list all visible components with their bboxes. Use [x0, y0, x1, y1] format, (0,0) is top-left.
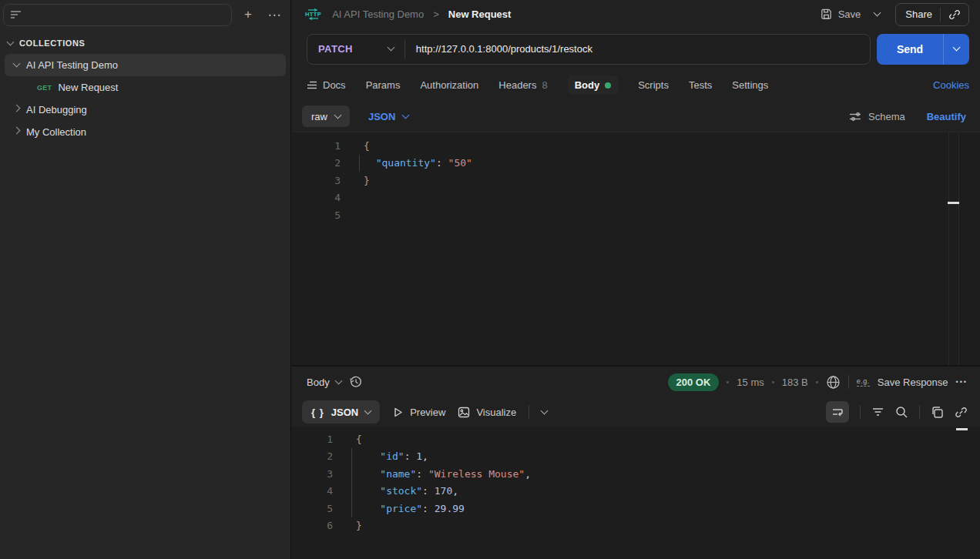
- http-request-icon: HTTP: [305, 8, 321, 20]
- headers-count-badge: 8: [542, 79, 547, 91]
- line-number: 1: [291, 140, 344, 152]
- sidebar-item-collection-selected[interactable]: AI API Testing Demo: [5, 54, 286, 76]
- sidebar-search-input[interactable]: [3, 4, 232, 26]
- tab-params[interactable]: Params: [366, 79, 401, 91]
- save-label: Save: [838, 8, 861, 20]
- chevron-down-icon: [334, 377, 342, 384]
- save-icon: [820, 8, 833, 21]
- code-line[interactable]: 6}: [291, 517, 980, 535]
- chevron-down-icon: [364, 407, 372, 414]
- request-body-editor[interactable]: 1{2 "quantity": "50"3}45: [291, 132, 980, 365]
- app-window: + ⋯ COLLECTIONS AI API Testing Demo GET …: [0, 0, 980, 559]
- collections-title: COLLECTIONS: [19, 38, 85, 48]
- request-url-row: PATCH http://127.0.0.1:8000/products/1/r…: [291, 28, 980, 69]
- preview-button[interactable]: Preview: [392, 407, 445, 418]
- line-number: 4: [291, 192, 344, 203]
- code-line[interactable]: 4 "stock": 170,: [291, 483, 980, 500]
- request-header-bar: HTTP AI API Testing Demo > New Request S…: [291, 0, 980, 28]
- breadcrumb-collection[interactable]: AI API Testing Demo: [332, 8, 424, 20]
- code-line[interactable]: 3 "name": "Wireless Mouse",: [291, 465, 980, 483]
- body-language-select[interactable]: JSON: [368, 111, 408, 122]
- code-line[interactable]: 1{: [291, 137, 980, 155]
- send-options-button[interactable]: [943, 34, 969, 65]
- tab-authorization[interactable]: Authorization: [420, 79, 478, 91]
- response-format-select[interactable]: { } JSON: [302, 400, 380, 423]
- response-time[interactable]: 15 ms: [737, 377, 764, 388]
- tab-tests[interactable]: Tests: [689, 79, 712, 91]
- method-selector[interactable]: PATCH: [307, 43, 404, 55]
- response-history-icon[interactable]: [349, 375, 363, 389]
- sidebar-item-my-collection[interactable]: My Collection: [5, 121, 286, 143]
- response-search-icon[interactable]: [895, 406, 908, 419]
- response-link-icon[interactable]: [955, 406, 968, 419]
- sidebar-item-ai-debugging[interactable]: AI Debugging: [5, 99, 286, 121]
- code-line[interactable]: 5 "price": 29.99: [291, 500, 980, 517]
- save-response-button[interactable]: Save Response: [878, 377, 948, 388]
- link-icon[interactable]: [948, 8, 961, 21]
- schema-button[interactable]: Schema: [849, 111, 905, 122]
- chevron-down-icon: [402, 111, 410, 119]
- save-options-chevron[interactable]: [874, 9, 881, 17]
- visualize-button[interactable]: Visualize: [458, 407, 516, 418]
- collection-name: My Collection: [26, 126, 86, 138]
- code-line[interactable]: 3}: [291, 172, 980, 189]
- breadcrumb-separator: >: [433, 8, 439, 20]
- response-body-viewer[interactable]: 1{2 "id": 1,3 "name": "Wireless Mouse",4…: [291, 427, 980, 559]
- sidebar-more-button[interactable]: ⋯: [264, 5, 284, 25]
- code-line[interactable]: 2 "id": 1,: [291, 448, 980, 466]
- code-line[interactable]: 4: [291, 189, 980, 207]
- response-more-button[interactable]: •••: [956, 378, 968, 386]
- cookies-link[interactable]: Cookies: [933, 79, 969, 91]
- sidebar-item-new-request[interactable]: GET New Request: [5, 76, 286, 99]
- code-line[interactable]: 5: [291, 206, 980, 224]
- save-button[interactable]: Save: [820, 8, 861, 21]
- url-input[interactable]: http://127.0.0.1:8000/products/1/restock: [405, 43, 603, 55]
- tab-headers[interactable]: Headers8: [498, 79, 547, 91]
- docs-icon: [307, 80, 317, 90]
- sidebar-toolbar: + ⋯: [0, 0, 290, 29]
- breadcrumb-request[interactable]: New Request: [448, 8, 512, 20]
- collections-section-header[interactable]: COLLECTIONS: [0, 29, 290, 54]
- response-size[interactable]: 183 B: [782, 377, 808, 388]
- curly-braces-icon: { }: [311, 407, 324, 418]
- main-panel: HTTP AI API Testing Demo > New Request S…: [291, 0, 980, 559]
- sidebar: + ⋯ COLLECTIONS AI API Testing Demo GET …: [0, 0, 291, 559]
- share-button[interactable]: Share: [895, 3, 969, 26]
- status-badge[interactable]: 200 OK: [668, 373, 720, 391]
- send-button[interactable]: Send: [877, 34, 969, 65]
- line-number: 5: [291, 209, 344, 221]
- line-number: 3: [291, 175, 344, 186]
- request-name: New Request: [58, 82, 118, 93]
- tab-docs[interactable]: Docs: [307, 79, 346, 91]
- filter-icon: [10, 9, 22, 20]
- code-line[interactable]: 1{: [291, 430, 980, 448]
- tab-body[interactable]: Body: [568, 75, 619, 95]
- method-get-badge: GET: [37, 84, 52, 92]
- share-label: Share: [905, 8, 932, 20]
- line-number: 6: [291, 520, 336, 531]
- chevron-down-icon: [7, 38, 15, 45]
- beautify-button[interactable]: Beautify: [927, 111, 966, 122]
- chevron-right-icon[interactable]: [13, 127, 21, 135]
- send-label: Send: [877, 43, 943, 55]
- code-line[interactable]: 2 "quantity": "50": [291, 155, 980, 172]
- word-wrap-button[interactable]: [826, 401, 849, 423]
- body-options-row: raw JSON Schema Beautify: [291, 101, 980, 132]
- body-format-select[interactable]: raw: [302, 105, 350, 127]
- globe-icon[interactable]: [826, 375, 841, 390]
- add-collection-button[interactable]: +: [238, 5, 258, 25]
- collection-name: AI Debugging: [26, 104, 87, 115]
- tab-settings[interactable]: Settings: [732, 79, 768, 91]
- line-number: 1: [291, 433, 336, 445]
- viewer-options-chevron[interactable]: [541, 407, 549, 414]
- chevron-down-icon[interactable]: [13, 60, 21, 68]
- url-box: PATCH http://127.0.0.1:8000/products/1/r…: [307, 34, 871, 65]
- response-filter-icon[interactable]: [871, 407, 884, 417]
- copy-response-icon[interactable]: [931, 406, 944, 419]
- response-body-select[interactable]: Body: [307, 377, 341, 388]
- line-number: 4: [291, 485, 336, 497]
- response-toolbar: { } JSON Preview Visualize: [291, 397, 980, 427]
- chevron-right-icon[interactable]: [13, 105, 21, 112]
- tab-scripts[interactable]: Scripts: [638, 79, 669, 91]
- schema-icon: [849, 111, 862, 122]
